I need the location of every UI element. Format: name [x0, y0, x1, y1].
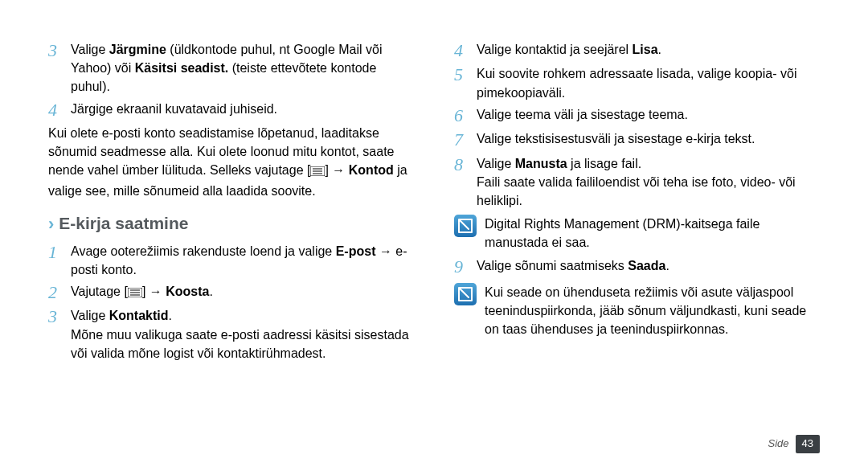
send-step-5: 5 Kui soovite rohkem adressaate lisada, …	[454, 64, 820, 101]
text: .	[169, 309, 172, 322]
text: Valige sõnumi saatmiseks	[477, 259, 628, 272]
step-number-3b: 3	[48, 306, 71, 327]
send-step-6: 6 Valige teema väli ja sisestage teema.	[454, 105, 820, 126]
text: Avage ooterežiimis rakenduste loend ja v…	[71, 244, 336, 258]
text: Valige	[477, 157, 515, 170]
send-step-6-text: Valige teema väli ja sisestage teema.	[477, 105, 820, 124]
step-number-2: 2	[48, 282, 71, 303]
send-step-9-text: Valige sõnumi saatmiseks Saada.	[477, 256, 820, 275]
step-4: 4 Järgige ekraanil kuvatavaid juhiseid.	[48, 100, 414, 121]
text: ja lisage fail.	[567, 157, 642, 170]
note-icon	[454, 283, 477, 305]
step-number-9: 9	[454, 256, 477, 277]
send-step-3-extra: Mõne muu valikuga saate e-posti aadressi…	[71, 326, 414, 362]
menu-icon	[128, 284, 142, 302]
send-step-8-extra: Faili saate valida faililoendist või teh…	[477, 173, 820, 210]
send-step-7-text: Valige tekstisisestusväli ja sisestage e…	[477, 129, 820, 148]
send-step-8-text: Valige Manusta ja lisage fail. Faili saa…	[477, 154, 820, 211]
page-footer: Side 43	[768, 435, 821, 453]
bold-text: Järgmine	[109, 43, 166, 56]
right-column: 4 Valige kontaktid ja seejärel Lisa. 5 K…	[454, 40, 820, 366]
chevron-right-icon: ›	[48, 211, 54, 237]
step-number-7: 7	[454, 129, 477, 150]
step-4-text: Järgige ekraanil kuvatavaid juhiseid.	[71, 100, 414, 118]
two-column-layout: 3 Valige Järgmine (üldkontode puhul, nt …	[48, 40, 820, 366]
bold-text: Manusta	[515, 157, 567, 170]
step-number-4b: 4	[454, 40, 477, 61]
text: .	[209, 285, 212, 298]
bold-text: Kontod	[349, 163, 394, 177]
step-number-1: 1	[48, 242, 71, 263]
text: Valige	[71, 43, 109, 56]
bold-text: Käsitsi seadist.	[135, 61, 229, 75]
page-number-badge: 43	[796, 435, 820, 453]
bold-text: Koosta	[166, 285, 209, 298]
send-step-9: 9 Valige sõnumi saatmiseks Saada.	[454, 256, 820, 277]
text: Valige kontaktid ja seejärel	[477, 43, 633, 56]
send-step-1: 1 Avage ooterežiimis rakenduste loend ja…	[48, 242, 414, 279]
send-step-2: 2 Vajutage [] → Koosta.	[48, 282, 414, 303]
step-number-6: 6	[454, 105, 477, 126]
left-column: 3 Valige Järgmine (üldkontode puhul, nt …	[48, 40, 414, 366]
send-step-8: 8 Valige Manusta ja lisage fail. Faili s…	[454, 154, 820, 211]
text: Valige	[71, 309, 109, 322]
step-number-8: 8	[454, 154, 477, 175]
step-number-5: 5	[454, 64, 477, 85]
send-step-3: 3 Valige Kontaktid. Mõne muu valikuga sa…	[48, 306, 414, 362]
heading-ekirja-saatmine: › E-kirja saatmine	[48, 211, 414, 237]
bold-text: Lisa	[633, 43, 658, 56]
paragraph-after-setup: Kui olete e-posti konto seadistamise lõp…	[48, 124, 414, 200]
text: Vajutage [	[71, 285, 128, 298]
send-step-2-text: Vajutage [] → Koosta.	[71, 282, 414, 302]
step-3-text: Valige Järgmine (üldkontode puhul, nt Go…	[71, 40, 414, 96]
step-number-4: 4	[48, 100, 71, 121]
text: ] →	[325, 163, 348, 177]
footer-label: Side	[768, 436, 789, 452]
note-offline: Kui seade on ühenduseta režiimis või asu…	[454, 283, 820, 339]
send-step-3-text: Valige Kontaktid. Mõne muu valikuga saat…	[71, 306, 414, 362]
text: .	[665, 259, 669, 272]
menu-icon	[310, 162, 325, 181]
text: .	[658, 43, 661, 56]
send-step-5-text: Kui soovite rohkem adressaate lisada, va…	[477, 64, 820, 101]
step-number-3: 3	[48, 40, 71, 61]
bold-text: Saada	[628, 259, 665, 272]
send-step-4: 4 Valige kontaktid ja seejärel Lisa.	[454, 40, 820, 61]
note-offline-text: Kui seade on ühenduseta režiimis või asu…	[485, 283, 820, 339]
text: ] →	[142, 285, 166, 298]
send-step-4-text: Valige kontaktid ja seejärel Lisa.	[477, 40, 820, 59]
note-icon	[454, 215, 477, 237]
note-drm-text: Digital Rights Management (DRM)-kaitsega…	[485, 215, 820, 252]
bold-text: E-post	[336, 244, 376, 258]
bold-text: Kontaktid	[109, 309, 169, 322]
send-step-7: 7 Valige tekstisisestusväli ja sisestage…	[454, 129, 820, 150]
heading-text: E-kirja saatmine	[59, 211, 188, 236]
note-drm: Digital Rights Management (DRM)-kaitsega…	[454, 215, 820, 252]
send-step-1-text: Avage ooterežiimis rakenduste loend ja v…	[71, 242, 414, 279]
step-3: 3 Valige Järgmine (üldkontode puhul, nt …	[48, 40, 414, 96]
